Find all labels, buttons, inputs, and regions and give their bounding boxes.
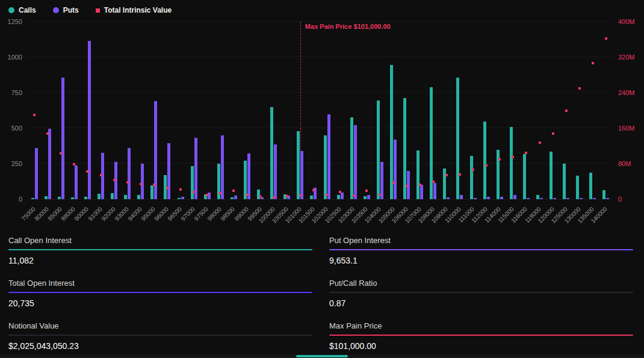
bar-group[interactable] [337,193,344,199]
bar-group[interactable] [403,98,410,199]
intrinsic-value-marker [365,190,368,192]
calls-legend-dot-icon [8,7,14,13]
bar-group[interactable] [350,117,357,199]
intrinsic-value-marker [46,132,49,135]
bar-group[interactable] [416,150,423,199]
x-axis-tick-label: 96500 [166,206,182,222]
x-axis-tick-label: 92000 [100,206,116,222]
bar-group[interactable] [231,196,237,199]
bar-group[interactable] [257,190,264,199]
puts-bar [606,198,609,199]
puts-bar [141,164,144,199]
calls-bar [337,195,340,199]
bar-group[interactable] [550,152,556,199]
right-axis-tick-label: 80M [618,160,631,167]
puts-bar [447,197,450,199]
bar-group[interactable] [470,156,477,199]
puts-bar [593,198,596,199]
bar-group[interactable] [377,100,383,199]
stat-max-pain-price: Max Pain Price $101,000.00 [329,321,633,351]
puts-bar [367,195,370,199]
puts-bar [394,140,397,199]
bar-group[interactable] [563,164,569,199]
bar-group[interactable] [443,168,450,199]
calls-bar [602,190,605,199]
puts-bar [221,135,224,199]
bar-group[interactable] [536,195,543,199]
puts-bar [327,114,330,199]
intrinsic-value-marker [153,184,155,186]
bar-group[interactable] [456,78,463,199]
bar-group[interactable] [244,153,250,199]
legend-item-puts[interactable]: Puts [53,6,79,14]
intrinsic-value-marker [140,183,142,185]
bar-group[interactable] [137,164,144,199]
puts-bar [274,144,277,199]
bar-group[interactable] [217,135,224,199]
bar-group[interactable] [297,131,303,199]
calls-bar [84,197,87,199]
calls-bar [297,131,300,199]
puts-bar [341,193,344,199]
intrinsic-value-marker [193,191,195,193]
legend-item-calls[interactable]: Calls [8,6,36,14]
puts-bar [513,195,516,199]
x-axis-tick-label: 75000 [20,206,36,222]
plot-area[interactable]: Max Pain Price $101,000.00 0250500750100… [28,22,613,200]
bar-group[interactable] [324,114,330,199]
legend-item-total-intrinsic-value[interactable]: Total Intrinsic Value [96,6,172,14]
bar-group[interactable] [390,65,397,199]
bar-group[interactable] [45,129,51,199]
intrinsic-value-marker [232,190,235,192]
bar-group[interactable] [270,107,277,199]
calls-bar [310,196,313,199]
bar-group[interactable] [576,176,583,199]
intrinsic-value-marker [219,192,221,194]
bar-group[interactable] [31,148,38,199]
intrinsic-value-marker [86,170,88,173]
bar-group[interactable] [58,78,64,199]
bar-group[interactable] [497,150,503,199]
puts-bar [566,198,569,199]
intrinsic-value-marker [605,37,607,40]
calls-bar [416,150,420,199]
right-axis-tick-label: 320M [618,54,635,61]
calls-bar [536,195,539,199]
chart-legend: Calls Puts Total Intrinsic Value [0,0,644,20]
bar-group[interactable] [178,197,184,199]
stat-total-open-interest: Total Open Interest 20,735 [8,279,312,308]
intrinsic-value-marker [312,189,315,191]
puts-bar [300,151,303,199]
calls-bar [150,185,153,199]
horizontal-scrollbar[interactable] [0,354,644,358]
bar-group[interactable] [523,154,530,199]
intrinsic-value-marker [459,173,461,176]
bar-group[interactable] [164,143,170,199]
stat-notional-value: Notional Value $2,025,043,050.23 [8,321,312,351]
bar-group[interactable] [510,127,516,199]
intrinsic-value-marker [392,182,395,184]
bar-group[interactable] [483,122,490,199]
right-axis-tick-label: 0 [618,196,622,203]
puts-bar [61,78,64,199]
bar-group[interactable] [602,190,609,199]
bar-group[interactable] [191,138,197,199]
calls-bar [377,100,380,199]
intrinsic-value-marker [565,110,568,112]
scrollbar-thumb[interactable] [296,355,348,357]
puts-bar [234,196,237,199]
puts-bar [460,195,463,199]
x-axis-tick-label: 94000 [126,206,143,222]
bar-group[interactable] [364,195,370,199]
bar-group[interactable] [124,148,131,199]
calls-bar [98,194,101,199]
intrinsic-value-marker [472,168,474,171]
left-axis-tick-label: 500 [11,125,22,132]
x-axis-tick-label: 96000 [153,206,169,222]
bar-group[interactable] [589,173,596,199]
right-axis-tick-label: 400M [618,18,635,25]
bar-group[interactable] [84,41,91,199]
bar-group[interactable] [71,165,78,199]
calls-bar [270,107,273,199]
stat-value: 20,735 [8,293,312,308]
